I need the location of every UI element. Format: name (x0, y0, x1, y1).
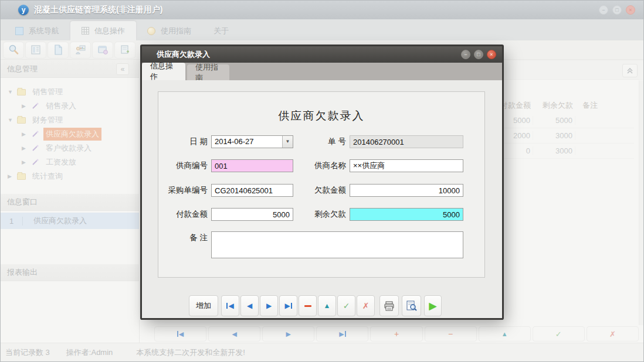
status-bar: 当前记录数 3 操作者:Admin 本系统支持二次开发和全新开发! (1, 343, 643, 361)
tab-label: 关于 (213, 26, 229, 36)
info-window-list-item[interactable]: 1 供应商欠款录入 (1, 213, 139, 229)
last-record-button[interactable]: ▶ (316, 326, 368, 341)
maximize-button[interactable]: □ (612, 5, 622, 15)
nav-tree: ▼ 销售管理 ▶ 销售录入 ▼ 财务管理 (1, 78, 139, 194)
dialog-maximize-button[interactable]: □ (474, 50, 483, 59)
tab-info-operation[interactable]: 信息操作 (70, 21, 136, 40)
check-icon: ✓ (343, 301, 350, 310)
dialog-tab-info-operation[interactable]: 信息操作 (142, 63, 185, 80)
debt-amount-field[interactable] (350, 184, 463, 197)
report-toolbar-button[interactable] (25, 42, 46, 59)
search-toolbar-button[interactable] (3, 42, 24, 59)
caret-right-icon[interactable]: ▶ (22, 145, 31, 151)
confirm-button[interactable]: ✓ (533, 326, 585, 341)
paid-amount-field[interactable] (211, 208, 293, 221)
remaining-debt-field[interactable] (350, 208, 463, 221)
date-combobox[interactable]: 2014-06-27 ▼ (211, 135, 293, 148)
tree-item-label: 工资发放 (43, 156, 79, 169)
minimize-button[interactable]: − (599, 5, 608, 15)
next-icon: ▶ (286, 330, 291, 338)
print-preview-button[interactable] (402, 295, 421, 316)
dialog-window-controls: − □ × (461, 50, 496, 59)
run-button[interactable]: ▶ (424, 295, 442, 316)
wand-icon (31, 158, 39, 166)
document-toolbar-button[interactable] (48, 42, 69, 59)
cancel-button[interactable]: ✗ (357, 295, 375, 316)
add-record-button[interactable]: + (370, 326, 422, 341)
purchase-order-field[interactable] (211, 184, 293, 197)
supplier-name-label: 供商名称 (301, 159, 346, 172)
tree-item-statistics-query[interactable]: ▶ 统计查询 (1, 169, 139, 183)
first-record-button[interactable]: ◀ (221, 295, 239, 316)
new-document-toolbar-button[interactable] (114, 42, 135, 59)
tree-item-label: 供应商欠款录入 (43, 128, 101, 141)
delete-record-button[interactable] (299, 295, 317, 316)
caret-right-icon[interactable]: ▶ (22, 159, 31, 165)
caret-right-icon[interactable]: ▶ (8, 173, 17, 179)
supplier-name-field[interactable] (350, 159, 463, 172)
tree-item-supplier-debt-entry[interactable]: ▶ 供应商欠款录入 (1, 127, 139, 141)
vertical-scrollbar[interactable] (639, 80, 643, 325)
main-titlebar: y 混凝土供应链管理系统(非注册用户) − □ × (1, 1, 643, 19)
cancel-button[interactable]: ✗ (587, 326, 639, 341)
save-button[interactable]: ✓ (337, 295, 355, 316)
form-title: 供应商欠款录入 (158, 108, 484, 124)
table-row[interactable]: 0 3000 (487, 144, 634, 159)
status-message: 本系统支持二次开发和全新开发! (136, 347, 245, 358)
table-row[interactable]: 5000 5000 (487, 113, 634, 128)
triangle-up-icon: ▲ (324, 302, 331, 310)
tree-item-label: 财务管理 (30, 114, 65, 127)
dialog-button-bar: 增加 ◀ ◀ ▶ ▶ ▲ (142, 295, 502, 317)
edit-record-button[interactable]: ▲ (318, 295, 336, 316)
window-controls: − □ × (599, 5, 635, 15)
add-button[interactable]: 增加 (189, 295, 218, 316)
prev-record-button[interactable]: ◀ (208, 326, 260, 341)
tree-item-sales-entry[interactable]: ▶ 销售录入 (1, 99, 139, 113)
bill-no-field[interactable] (350, 135, 463, 148)
table-row[interactable]: 2000 3000 (487, 128, 634, 144)
tab-label: 信息操作 (94, 26, 125, 36)
supplier-code-field[interactable] (211, 159, 293, 172)
dialog-titlebar: 供应商欠款录入 − □ × (142, 46, 502, 63)
dialog-close-button[interactable]: × (487, 50, 496, 59)
caret-down-icon[interactable]: ▼ (8, 89, 17, 95)
sidebar: 信息管理 « ▼ 销售管理 ▶ 销售录入 ▼ (1, 61, 140, 343)
user-chart-toolbar-button[interactable] (70, 42, 91, 59)
tab-system-nav[interactable]: 系统导航 (4, 21, 70, 40)
edit-record-button[interactable]: ▲ (479, 326, 531, 341)
delete-record-button[interactable]: − (425, 326, 477, 341)
remark-field[interactable] (211, 231, 463, 258)
next-record-button[interactable]: ▶ (260, 295, 278, 316)
tree-item-sales-mgmt[interactable]: ▼ 销售管理 (1, 85, 139, 99)
dialog-minimize-button[interactable]: − (461, 50, 470, 59)
caret-down-icon[interactable]: ▼ (8, 117, 17, 123)
folder-icon (17, 173, 26, 180)
tab-about[interactable]: 关于 (202, 21, 240, 40)
close-button[interactable]: × (626, 5, 635, 15)
tree-item-payroll[interactable]: ▶ 工资发放 (1, 155, 139, 169)
check-icon: ✓ (555, 330, 562, 339)
print-button[interactable] (379, 295, 399, 316)
operator-status: 操作者:Admin (66, 347, 113, 358)
report-output-title: 报表输出 (7, 268, 38, 276)
column-header[interactable]: 备注 (575, 100, 611, 111)
prev-record-button[interactable]: ◀ (240, 295, 259, 316)
dialog-tab-user-guide[interactable]: 使用指南 (187, 64, 229, 80)
caret-right-icon[interactable]: ▶ (22, 131, 31, 137)
sidebar-collapse-button[interactable]: « (116, 63, 129, 75)
caret-right-icon[interactable]: ▶ (22, 103, 31, 109)
paid-amount-label: 付款金额 (162, 208, 208, 221)
collapse-up-button[interactable] (622, 64, 638, 77)
play-icon: ▶ (429, 300, 436, 312)
next-record-button[interactable]: ▶ (262, 326, 314, 341)
window-toolbar-button[interactable] (92, 42, 113, 59)
first-record-button[interactable]: ◀ (154, 326, 206, 341)
last-record-button[interactable]: ▶ (279, 295, 297, 316)
column-header[interactable]: 剩余欠款 (533, 100, 575, 111)
chevron-down-icon[interactable]: ▼ (282, 136, 293, 148)
tree-item-customer-payment-entry[interactable]: ▶ 客户收款录入 (1, 141, 139, 155)
remaining-debt-label: 剩余欠款 (301, 208, 346, 221)
tab-user-guide[interactable]: 使用指南 (136, 21, 202, 40)
folder-icon (17, 117, 26, 124)
tree-item-finance-mgmt[interactable]: ▼ 财务管理 (1, 113, 139, 127)
